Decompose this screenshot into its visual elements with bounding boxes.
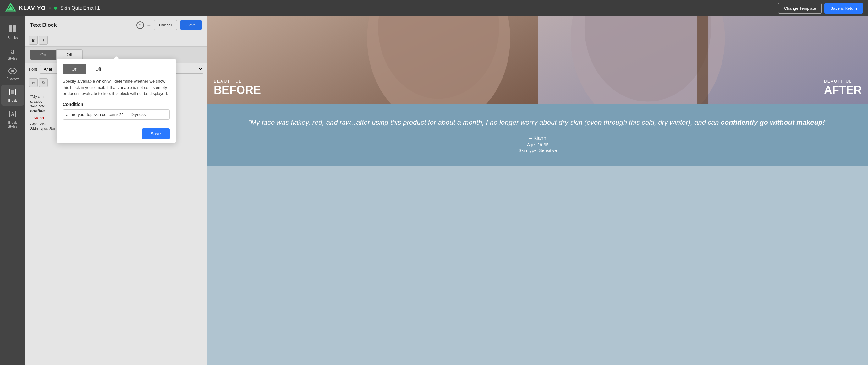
popup-description: Specify a variable which will determine …	[63, 78, 170, 97]
svg-rect-20	[698, 16, 708, 104]
after-label-main: AFTER	[824, 84, 862, 97]
email-title: Skin Quiz Email 1	[60, 5, 100, 11]
logo-text: KLAVIYO	[19, 5, 46, 12]
svg-rect-4	[9, 29, 12, 32]
sidebar-item-label: Blocks	[7, 36, 18, 40]
before-image: Beautiful BEFORE	[208, 16, 538, 104]
quote-text-full: "My face was flakey, red, and raw...afte…	[226, 117, 849, 128]
svg-rect-5	[13, 29, 16, 32]
popup-toggle-row: On Off	[57, 59, 176, 78]
main-layout: Blocks a Styles Preview Block	[0, 0, 868, 365]
sidebar-item-label: Block	[8, 99, 17, 102]
logo-icon	[5, 2, 16, 14]
blocks-icon	[8, 25, 17, 35]
svg-text:A: A	[11, 112, 14, 117]
quote-age: Age: 26-35	[226, 142, 849, 147]
popup-condition-label: Condition	[63, 102, 170, 107]
quote-skin: Skin type: Sensitive	[226, 148, 849, 153]
text-block-panel: Text Block ? ≡ Cancel Save B I On Off Fo…	[25, 16, 208, 365]
sidebar-item-block[interactable]: Block	[1, 85, 24, 105]
sidebar-item-label: Preview	[6, 77, 19, 80]
app-header: KLAVIYO ▾ Skin Quiz Email 1 Change Templ…	[0, 0, 868, 16]
svg-rect-9	[11, 90, 14, 94]
popup-on-button[interactable]: On	[63, 64, 86, 74]
before-label-sub: Beautiful	[214, 79, 261, 84]
svg-point-7	[11, 70, 14, 72]
after-label-sub: Beautiful	[824, 79, 862, 84]
popup-overlay: On Off Specify a variable which will det…	[25, 16, 207, 365]
sidebar-item-preview[interactable]: Preview	[1, 65, 24, 84]
after-image: Beautiful AFTER	[538, 16, 868, 104]
condition-input[interactable]	[63, 109, 170, 120]
styles-icon: a	[11, 47, 14, 55]
popup-off-button[interactable]: Off	[86, 64, 110, 74]
after-label: Beautiful AFTER	[824, 79, 862, 97]
block-styles-icon: A	[8, 110, 17, 119]
popup-save-button[interactable]: Save	[142, 129, 170, 139]
after-face-svg	[538, 16, 868, 104]
status-indicator	[54, 7, 57, 10]
svg-rect-2	[9, 26, 12, 29]
header-right: Change Template Save & Return	[778, 3, 863, 13]
popup-arrow	[113, 56, 119, 59]
right-content-area: Beautiful BEFORE	[208, 16, 868, 365]
quote-section: "My face was flakey, red, and raw...afte…	[208, 104, 868, 166]
quote-bold: confidently go without makeup!	[721, 119, 825, 126]
popup-body: Specify a variable which will determine …	[57, 78, 176, 125]
sidebar-item-label: Styles	[8, 57, 17, 60]
save-return-button[interactable]: Save & Return	[824, 3, 863, 13]
klaviyo-logo: KLAVIYO	[5, 2, 46, 14]
svg-rect-3	[13, 26, 16, 29]
before-label: Beautiful BEFORE	[214, 79, 261, 97]
popup-save-row: Save	[57, 125, 176, 143]
condition-popup: On Off Specify a variable which will det…	[57, 59, 176, 143]
header-left: KLAVIYO ▾ Skin Quiz Email 1	[5, 2, 100, 14]
left-sidebar: Blocks a Styles Preview Block	[0, 16, 25, 365]
sidebar-item-label: Block Styles	[4, 121, 21, 128]
quote-author: – Kiann	[226, 135, 849, 141]
block-icon	[8, 88, 17, 97]
before-after-section: Beautiful BEFORE	[208, 16, 868, 104]
dropdown-arrow-icon[interactable]: ▾	[49, 6, 51, 10]
change-template-button[interactable]: Change Template	[778, 3, 822, 13]
quote-start: "My face was flakey, red, and raw...afte…	[248, 119, 721, 126]
preview-icon	[8, 68, 17, 75]
sidebar-item-styles[interactable]: a Styles	[1, 44, 24, 63]
before-label-main: BEFORE	[214, 84, 261, 97]
sidebar-item-block-styles[interactable]: A Block Styles	[1, 107, 24, 131]
quote-end: "	[825, 119, 828, 126]
sidebar-item-blocks[interactable]: Blocks	[1, 21, 24, 43]
